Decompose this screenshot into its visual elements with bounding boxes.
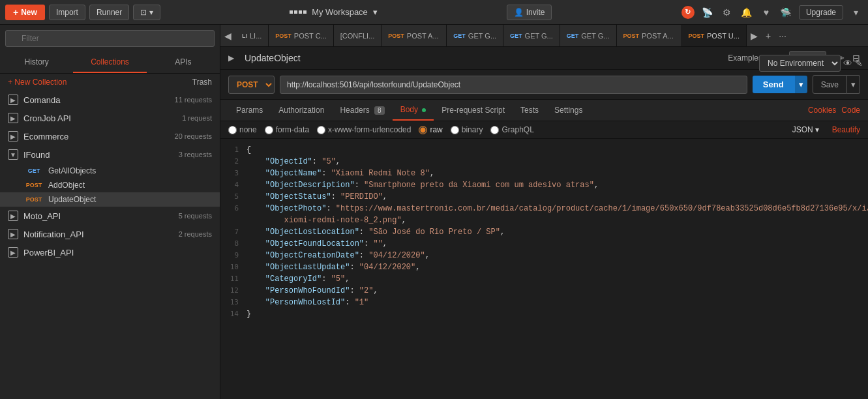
collection-folder-icon: ▶ (8, 229, 18, 239)
tab-body[interactable]: Body (393, 100, 434, 121)
send-dropdown[interactable]: ▾ (794, 76, 807, 93)
collection-name: CronJob API (23, 113, 182, 123)
tab-tests[interactable]: Tests (513, 100, 546, 120)
code-link[interactable]: Code (841, 106, 860, 115)
tab-post-a2[interactable]: POST POST A... (617, 25, 682, 47)
method-badge-get: GET (23, 168, 44, 174)
save-button[interactable]: Save (813, 75, 847, 94)
collection-header-cronjob[interactable]: ▶ CronJob API 1 request (0, 109, 220, 127)
collections-list: ▶ Comanda 11 requests ▶ CronJob API 1 re… (0, 91, 220, 399)
radar-icon[interactable]: 📡 (701, 6, 714, 19)
tab-get-g2[interactable]: GET GET G... (503, 25, 560, 47)
cookies-link[interactable]: Cookies (808, 106, 836, 115)
env-edit-button[interactable]: ✎ (855, 58, 863, 68)
method-select[interactable]: POST (228, 76, 275, 94)
layout-button[interactable]: ⊡ ▾ (133, 5, 160, 20)
collection-name: Notification_API (23, 229, 179, 239)
top-icons: ↻ 📡 ⚙ 🔔 ♥ 🛸 Upgrade ▾ (681, 5, 863, 20)
tab-label: GET G... (581, 32, 609, 40)
filter-input[interactable] (5, 30, 215, 47)
collection-ifound: ▼ IFound 3 requests GET GetAllObjects PO… (0, 145, 220, 207)
collection-ecommerce: ▶ Ecommerce 20 requests (0, 127, 220, 145)
json-format-dropdown[interactable]: JSON ▾ (792, 125, 819, 134)
tab-label: GET G... (468, 32, 496, 40)
subitem-updateobject[interactable]: POST UpdateObject (0, 192, 220, 207)
new-collection-button[interactable]: + New Collection (8, 78, 67, 87)
option-graphql[interactable]: GraphQL (490, 125, 533, 134)
tab-post-a1[interactable]: POST POST A... (382, 25, 447, 47)
option-raw[interactable]: raw (419, 125, 442, 134)
save-group: Save ▾ (813, 75, 860, 94)
collection-name: Ecommerce (23, 132, 175, 141)
new-button[interactable]: New (5, 5, 45, 20)
tab-get-g3[interactable]: GET GET G... (560, 25, 617, 47)
bell-icon[interactable]: 🔔 (740, 6, 753, 19)
settings-icon[interactable]: ⚙ (721, 6, 734, 19)
tab-collections[interactable]: Collections (73, 52, 146, 73)
sidebar: History Collections APIs + New Collectio… (0, 25, 220, 399)
tab-get-g1[interactable]: GET GET G... (447, 25, 503, 47)
import-button[interactable]: Import (49, 5, 85, 20)
tab-apis[interactable]: APIs (147, 52, 220, 73)
beautify-button[interactable]: Beautify (832, 125, 860, 134)
option-urlencoded[interactable]: x-www-form-urlencoded (317, 125, 411, 134)
tab-history[interactable]: History (0, 52, 73, 73)
sync-icon[interactable]: ↻ (681, 6, 695, 19)
collection-folder-icon: ▶ (8, 131, 18, 141)
environment-select[interactable]: No Environment (759, 55, 841, 72)
expand-arrow[interactable]: ▶ (228, 53, 234, 63)
tab-add[interactable]: + (762, 31, 775, 41)
url-bar: POST Send ▾ Save ▾ (220, 70, 868, 100)
option-binary[interactable]: binary (451, 125, 483, 134)
tab-li[interactable]: LI LI... (235, 25, 269, 47)
satellite-icon[interactable]: 🛸 (779, 6, 792, 19)
invite-button[interactable]: 👤 Invite (507, 5, 552, 20)
collection-header-moto[interactable]: ▶ Moto_API 5 requests (0, 207, 220, 225)
subitem-addobject[interactable]: POST AddObject (0, 178, 220, 192)
save-dropdown[interactable]: ▾ (847, 75, 860, 94)
tab-label: [CONFLI... (340, 32, 375, 40)
tab-post-u[interactable]: POST POST U... (682, 25, 747, 47)
collection-name: Comanda (23, 95, 175, 105)
environment-bar: No Environment 👁 ✎ (759, 55, 863, 72)
trash-button[interactable]: Trash (192, 78, 212, 87)
collection-notification: ▶ Notification_API 2 requests (0, 225, 220, 243)
upgrade-button[interactable]: Upgrade (799, 5, 843, 20)
url-input[interactable] (280, 76, 747, 94)
option-none[interactable]: none (228, 125, 257, 134)
tab-authorization[interactable]: Authorization (271, 100, 332, 120)
tab-overflow[interactable]: ··· (775, 31, 790, 41)
tab-bar: ◀ LI LI... POST POST C... [CONFLI... POS… (220, 25, 868, 47)
code-line-8: 8 "ObjectFoundLocation": "", (220, 238, 868, 250)
collection-header-comanda[interactable]: ▶ Comanda 11 requests (0, 91, 220, 109)
tab-params[interactable]: Params (228, 100, 271, 120)
tab-post-c[interactable]: POST POST C... (269, 25, 333, 47)
tab-settings[interactable]: Settings (546, 100, 590, 120)
collection-header-ecommerce[interactable]: ▶ Ecommerce 20 requests (0, 127, 220, 145)
subitem-getallobjects[interactable]: GET GetAllObjects (0, 164, 220, 178)
collection-folder-icon: ▶ (8, 95, 18, 105)
option-form-data[interactable]: form-data (265, 125, 309, 134)
tab-headers[interactable]: Headers 8 (332, 100, 392, 120)
expand-icon[interactable]: ▾ (850, 6, 863, 19)
workspace-selector[interactable]: My Workspace ▾ (290, 7, 378, 17)
tab-label: POST C... (294, 32, 327, 40)
heart-icon[interactable]: ♥ (760, 6, 773, 19)
env-eye-button[interactable]: 👁 (843, 58, 852, 68)
collection-header-notification[interactable]: ▶ Notification_API 2 requests (0, 225, 220, 243)
subitem-name: GetAllObjects (48, 166, 96, 175)
tab-nav-right[interactable]: ▶ (747, 31, 762, 41)
tab-confli[interactable]: [CONFLI... (334, 25, 382, 47)
collection-count: 20 requests (175, 132, 212, 140)
collection-count: 1 request (182, 114, 212, 122)
collection-header-ifound[interactable]: ▼ IFound 3 requests (0, 145, 220, 164)
send-button[interactable]: Send (753, 76, 794, 93)
tab-nav-left[interactable]: ◀ (220, 31, 235, 41)
collection-header-powerbi[interactable]: ▶ PowerBI_API (0, 243, 220, 261)
code-editor[interactable]: 1 { 2 "ObjectId": "5", 3 "ObjectName": "… (220, 139, 868, 399)
tab-prerequest[interactable]: Pre-request Script (434, 100, 513, 120)
runner-button[interactable]: Runner (89, 5, 129, 20)
main-layout: History Collections APIs + New Collectio… (0, 25, 868, 399)
tab-method: GET (510, 33, 522, 39)
code-line-12: 12 "PersonWhoFoundId": "2", (220, 285, 868, 297)
